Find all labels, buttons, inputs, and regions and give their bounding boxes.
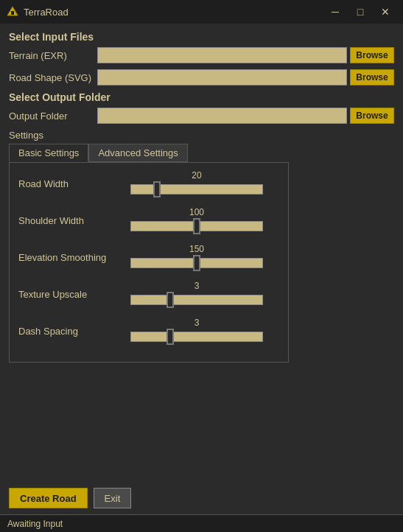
maximize-button[interactable]: □ [348,2,372,21]
slider-thumb[interactable] [193,218,200,234]
terrain-input[interactable] [97,47,347,63]
main-content: Select Input Files Terrain (EXR) Browse … [0,24,403,370]
slider-value: 3 [195,281,200,291]
road-shape-label: Road Shape (SVG) [9,72,97,83]
slider-value: 20 [192,170,201,181]
slider-thumb[interactable] [193,255,200,271]
road-shape-row: Road Shape (SVG) Browse [9,69,394,85]
road-shape-browse-button[interactable]: Browse [350,69,394,85]
slider-track [130,329,263,344]
slider-label: Road Width [18,178,114,189]
minimize-button[interactable]: ─ [323,2,347,21]
output-folder-title: Select Output Folder [9,91,394,103]
slider-thumb[interactable] [167,329,174,345]
slider-track [130,219,263,234]
slider-label: Elevation Smoothing [18,252,114,263]
title-bar: TerraRoad ─ □ ✕ [0,0,403,24]
slider-label: Texture Upscale [18,289,114,300]
road-shape-input[interactable] [97,69,347,85]
input-files-title: Select Input Files [9,31,394,43]
tab-advanced[interactable]: Advanced Settings [88,144,187,162]
slider-value: 150 [189,244,204,254]
terrain-browse-button[interactable]: Browse [350,47,394,63]
exit-button[interactable]: Exit [94,488,132,508]
output-folder-row: Output Folder Browse [9,108,394,124]
output-folder-label: Output Folder [9,111,97,122]
status-text: Awaiting Input [7,519,63,529]
bottom-bar: Create Road Exit Awaiting Input [0,482,403,532]
slider-track [130,256,263,270]
slider-value: 100 [189,207,204,217]
slider-thumb[interactable] [153,181,161,197]
tab-basic[interactable]: Basic Settings [9,144,88,162]
app-title: TerraRoad [24,7,323,18]
app-icon [6,5,19,18]
slider-thumb[interactable] [167,292,174,308]
settings-label: Settings [9,130,394,141]
slider-value: 3 [195,318,200,328]
slider-track [130,182,263,197]
slider-row: Shoulder Width100 [18,207,279,234]
slider-row: Texture Upscale3 [18,281,279,307]
slider-row: Dash Spacing3 [18,318,279,344]
terrain-row: Terrain (EXR) Browse [9,47,394,63]
status-bar: Awaiting Input [0,514,403,532]
close-button[interactable]: ✕ [374,2,397,21]
slider-label: Dash Spacing [18,326,114,337]
output-folder-browse-button[interactable]: Browse [350,108,394,124]
output-folder-input[interactable] [97,108,347,124]
tab-content-basic: Road Width20Shoulder Width100Elevation S… [9,162,289,363]
slider-row: Road Width20 [18,170,279,197]
tabs-container: Basic Settings Advanced Settings [9,144,394,162]
terrain-label: Terrain (EXR) [9,50,97,61]
window-controls: ─ □ ✕ [323,2,397,21]
slider-track [130,293,263,307]
svg-rect-1 [11,11,14,15]
slider-label: Shoulder Width [18,215,114,226]
slider-row: Elevation Smoothing150 [18,244,279,270]
button-row: Create Road Exit [0,482,403,514]
create-road-button[interactable]: Create Road [9,488,88,508]
